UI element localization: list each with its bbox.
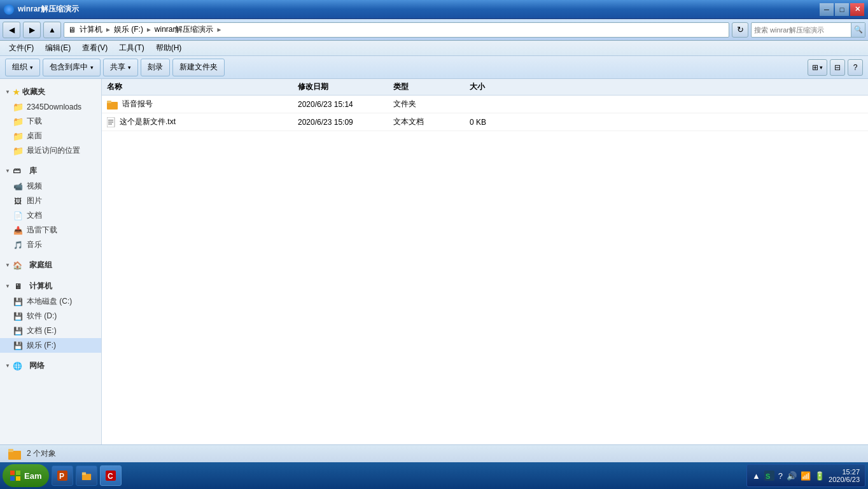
breadcrumb-current[interactable]: winrar解压缩演示 bbox=[155, 24, 214, 35]
sidebar-label-documents: 文档 bbox=[27, 210, 42, 221]
refresh-button[interactable]: ↻ bbox=[732, 22, 748, 38]
preview-pane-button[interactable]: ⊟ bbox=[830, 59, 845, 76]
address-bar: ◀ ▶ ▲ 🖥 计算机 ► 娱乐 (F:) ► winrar解压缩演示 ► ↻ … bbox=[0, 19, 868, 41]
sidebar-item-download[interactable]: 📁 下载 bbox=[0, 114, 101, 129]
new-folder-label: 新建文件夹 bbox=[179, 62, 218, 73]
tray-volume-icon[interactable]: 🔊 bbox=[787, 471, 797, 481]
sidebar-item-thunder[interactable]: 📥 迅雷下载 bbox=[0, 223, 101, 237]
organize-arrow: ▾ bbox=[30, 64, 33, 71]
drive-e-icon: 💾 bbox=[13, 326, 23, 336]
status-bar: 2 个对象 bbox=[0, 444, 868, 462]
menu-view[interactable]: 查看(V) bbox=[77, 41, 113, 55]
svg-rect-5 bbox=[108, 124, 112, 125]
sidebar-label-recent: 最近访问的位置 bbox=[27, 145, 80, 156]
search-input[interactable] bbox=[752, 26, 851, 34]
sidebar-item-drive-d[interactable]: 💾 软件 (D:) bbox=[0, 309, 101, 323]
new-folder-button[interactable]: 新建文件夹 bbox=[172, 59, 225, 76]
sidebar-label-pictures: 图片 bbox=[27, 195, 42, 206]
tray-question-icon[interactable]: ? bbox=[778, 471, 783, 481]
menu-edit[interactable]: 编辑(E) bbox=[40, 41, 76, 55]
drive-d-icon: 💾 bbox=[13, 311, 23, 322]
up-button[interactable]: ▲ bbox=[43, 22, 61, 38]
header-type[interactable]: 类型 bbox=[393, 82, 470, 92]
folder-svg-icon bbox=[107, 99, 118, 110]
sidebar-label-drive-c: 本地磁盘 (C:) bbox=[27, 296, 72, 307]
taskbar-app-powerpoint[interactable]: P bbox=[52, 465, 73, 486]
breadcrumb-drive[interactable]: 娱乐 (F:) bbox=[114, 24, 143, 35]
header-date[interactable]: 修改日期 bbox=[298, 82, 393, 92]
taskbar: Eam P C ▲ S ? 🔊 📶 🔋 15:27 2020/6/23 bbox=[0, 462, 868, 489]
svg-rect-15 bbox=[82, 472, 86, 475]
sidebar-item-2345downloads[interactable]: 📁 2345Downloads bbox=[0, 100, 101, 114]
table-row[interactable]: 语音报号 2020/6/23 15:14 文件夹 bbox=[102, 96, 868, 113]
file-type-txt: 文本文档 bbox=[393, 117, 470, 127]
breadcrumb-computer[interactable]: 计算机 bbox=[80, 24, 102, 35]
window-controls: ─ □ ✕ bbox=[820, 3, 864, 16]
sidebar-item-drive-c[interactable]: 💾 本地磁盘 (C:) bbox=[0, 294, 101, 309]
table-row[interactable]: 这个是新文件.txt 2020/6/23 15:09 文本文档 0 KB bbox=[102, 113, 868, 131]
tray-network-icon[interactable]: 📶 bbox=[801, 471, 811, 481]
title-bar-left: winrar解压缩演示 bbox=[4, 4, 79, 15]
sidebar-header-favorites[interactable]: ▼ ★ 收藏夹 bbox=[0, 84, 101, 100]
sidebar-section-favorites: ▼ ★ 收藏夹 📁 2345Downloads 📁 下载 📁 桌面 📁 最近访问… bbox=[0, 84, 101, 158]
file-date-folder: 2020/6/23 15:14 bbox=[298, 100, 393, 109]
sidebar-item-recent[interactable]: 📁 最近访问的位置 bbox=[0, 143, 101, 158]
breadcrumb[interactable]: 🖥 计算机 ► 娱乐 (F:) ► winrar解压缩演示 ► bbox=[64, 22, 729, 38]
view-options-button[interactable]: ⊞ ▾ bbox=[808, 59, 827, 76]
library-icon: 🗃 bbox=[13, 166, 23, 176]
svg-rect-10 bbox=[10, 476, 15, 481]
sidebar-header-homegroup[interactable]: ▼ 🏠 家庭组 bbox=[0, 257, 101, 273]
file-area: 名称 修改日期 类型 大小 语音报号 2020/6/23 15:14 文件夹 bbox=[102, 79, 868, 444]
header-size[interactable]: 大小 bbox=[470, 82, 521, 92]
taskbar-app-c[interactable]: C bbox=[100, 465, 122, 486]
maximize-button[interactable]: □ bbox=[835, 3, 849, 16]
menu-tools[interactable]: 工具(T) bbox=[114, 41, 149, 55]
sidebar-item-video[interactable]: 📹 视频 bbox=[0, 179, 101, 194]
file-size-txt: 0 KB bbox=[470, 118, 521, 127]
sidebar-item-drive-e[interactable]: 💾 文档 (E:) bbox=[0, 323, 101, 338]
help-button[interactable]: ? bbox=[848, 59, 863, 76]
library-label: 库 bbox=[29, 166, 37, 176]
close-button[interactable]: ✕ bbox=[850, 3, 864, 16]
network-label: 网络 bbox=[29, 360, 45, 371]
window-title: winrar解压缩演示 bbox=[18, 4, 79, 15]
tray-battery-icon[interactable]: 🔋 bbox=[815, 471, 825, 481]
back-button[interactable]: ◀ bbox=[3, 22, 20, 38]
sidebar: ▼ ★ 收藏夹 📁 2345Downloads 📁 下载 📁 桌面 📁 最近访问… bbox=[0, 79, 102, 444]
file-list-header: 名称 修改日期 类型 大小 bbox=[102, 79, 868, 96]
sidebar-item-music[interactable]: 🎵 音乐 bbox=[0, 237, 101, 252]
share-label: 共享 bbox=[110, 62, 125, 73]
include-library-button[interactable]: 包含到库中 ▾ bbox=[43, 59, 101, 76]
taskbar-app-explorer[interactable] bbox=[76, 465, 97, 486]
sidebar-item-pictures[interactable]: 🖼 图片 bbox=[0, 194, 101, 208]
tray-arrow-icon[interactable]: ▲ bbox=[752, 471, 760, 481]
header-name[interactable]: 名称 bbox=[107, 82, 298, 92]
menu-help[interactable]: 帮助(H) bbox=[151, 41, 187, 55]
start-label: Eam bbox=[24, 471, 41, 481]
file-date-txt: 2020/6/23 15:09 bbox=[298, 118, 393, 127]
sidebar-header-library[interactable]: ▼ 🗃 库 bbox=[0, 163, 101, 179]
sidebar-label-video: 视频 bbox=[27, 181, 42, 192]
forward-button[interactable]: ▶ bbox=[23, 22, 41, 38]
sidebar-item-desktop[interactable]: 📁 桌面 bbox=[0, 129, 101, 143]
menu-bar: 文件(F) 编辑(E) 查看(V) 工具(T) 帮助(H) bbox=[0, 41, 868, 56]
search-button[interactable]: 🔍 bbox=[851, 23, 865, 37]
start-button[interactable]: Eam bbox=[3, 464, 49, 487]
homegroup-label: 家庭组 bbox=[29, 260, 52, 271]
sidebar-label-music: 音乐 bbox=[27, 239, 42, 250]
sidebar-header-computer[interactable]: ▼ 🖥 计算机 bbox=[0, 278, 101, 294]
sidebar-item-documents[interactable]: 📄 文档 bbox=[0, 208, 101, 223]
sidebar-item-drive-f[interactable]: 💾 娱乐 (F:) bbox=[0, 338, 101, 353]
computer-icon: 🖥 bbox=[13, 281, 23, 292]
sidebar-header-network[interactable]: ▼ 🌐 网络 bbox=[0, 358, 101, 374]
menu-file[interactable]: 文件(F) bbox=[4, 41, 39, 55]
share-button[interactable]: 共享 ▾ bbox=[103, 59, 138, 76]
computer-arrow: ▼ bbox=[5, 283, 10, 289]
sidebar-label-2345downloads: 2345Downloads bbox=[27, 103, 81, 111]
minimize-button[interactable]: ─ bbox=[820, 3, 834, 16]
organize-button[interactable]: 组织 ▾ bbox=[5, 59, 40, 76]
view-icon: ⊞ bbox=[812, 63, 818, 72]
file-name-txt: 这个是新文件.txt bbox=[107, 117, 298, 127]
svg-rect-1 bbox=[107, 101, 111, 103]
burn-button[interactable]: 刻录 bbox=[141, 59, 170, 76]
